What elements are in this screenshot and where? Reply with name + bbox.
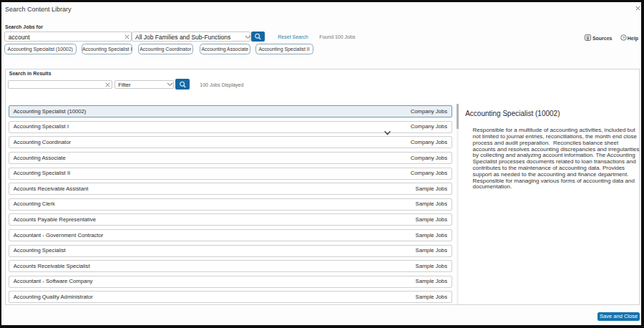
- svg-text:?: ?: [623, 36, 625, 40]
